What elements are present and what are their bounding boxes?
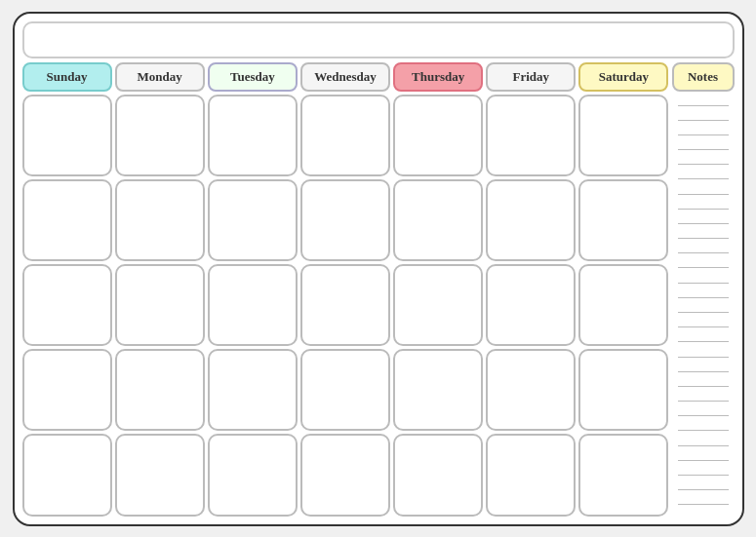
cell-week2-monday[interactable] <box>115 179 205 261</box>
notes-section: Notes <box>672 62 735 517</box>
note-line <box>678 460 729 461</box>
header-row: SundayMondayTuesdayWednesdayThursdayFrid… <box>22 62 669 92</box>
note-line <box>678 312 729 313</box>
header-wednesday: Wednesday <box>300 62 390 92</box>
week-row-1 <box>22 95 669 176</box>
cell-week5-saturday[interactable] <box>578 434 668 516</box>
cell-week1-thursday[interactable] <box>393 95 483 176</box>
cell-week3-friday[interactable] <box>486 264 576 346</box>
note-line <box>678 223 729 224</box>
cell-week2-tuesday[interactable] <box>208 179 298 261</box>
note-line <box>678 164 729 165</box>
note-line <box>678 283 729 284</box>
header-tuesday: Tuesday <box>208 62 298 92</box>
cell-week3-wednesday[interactable] <box>300 264 390 346</box>
note-line <box>678 267 729 268</box>
note-line <box>678 371 729 372</box>
cell-week5-friday[interactable] <box>486 434 576 516</box>
cell-week4-tuesday[interactable] <box>208 349 298 431</box>
note-line <box>678 430 729 431</box>
notes-header: Notes <box>672 62 735 92</box>
note-line <box>678 105 729 106</box>
cell-week4-wednesday[interactable] <box>300 349 390 431</box>
week-row-3 <box>22 264 669 346</box>
note-line <box>678 194 729 195</box>
cell-week5-tuesday[interactable] <box>208 434 298 516</box>
note-line <box>678 134 729 135</box>
cell-week5-thursday[interactable] <box>393 434 483 516</box>
cell-week3-sunday[interactable] <box>22 264 112 346</box>
cell-week3-tuesday[interactable] <box>208 264 298 346</box>
cell-week4-thursday[interactable] <box>393 349 483 431</box>
header-friday: Friday <box>486 62 576 92</box>
note-line <box>678 475 729 476</box>
note-line <box>678 401 729 402</box>
note-line <box>678 341 729 342</box>
header-thursday: Thursday <box>393 62 483 92</box>
cell-week2-saturday[interactable] <box>578 179 668 261</box>
note-line <box>678 178 729 179</box>
note-line <box>678 326 729 327</box>
cell-week4-sunday[interactable] <box>22 349 112 431</box>
note-line <box>678 297 729 298</box>
note-line <box>678 415 729 416</box>
cell-week2-sunday[interactable] <box>22 179 112 261</box>
cell-week5-sunday[interactable] <box>22 434 112 516</box>
cell-week4-friday[interactable] <box>486 349 576 431</box>
week-row-4 <box>22 349 669 431</box>
cell-week1-sunday[interactable] <box>22 95 112 176</box>
header-monday: Monday <box>115 62 205 92</box>
cell-week2-thursday[interactable] <box>393 179 483 261</box>
calendar: SundayMondayTuesdayWednesdayThursdayFrid… <box>13 12 744 526</box>
cell-week2-wednesday[interactable] <box>300 179 390 261</box>
cell-week3-saturday[interactable] <box>578 264 668 346</box>
weeks-area <box>22 95 669 517</box>
calendar-grid: SundayMondayTuesdayWednesdayThursdayFrid… <box>22 62 735 517</box>
cell-week1-wednesday[interactable] <box>300 95 390 176</box>
days-section: SundayMondayTuesdayWednesdayThursdayFrid… <box>22 62 669 517</box>
header-sunday: Sunday <box>22 62 112 92</box>
note-line <box>678 489 729 490</box>
cell-week4-saturday[interactable] <box>578 349 668 431</box>
cell-week3-monday[interactable] <box>115 264 205 346</box>
cell-week2-friday[interactable] <box>486 179 576 261</box>
notes-lines-area[interactable] <box>672 95 735 517</box>
week-row-2 <box>22 179 669 261</box>
note-line <box>678 252 729 253</box>
week-row-5 <box>22 434 669 516</box>
note-line <box>678 149 729 150</box>
cell-week5-monday[interactable] <box>115 434 205 516</box>
note-line <box>678 504 729 505</box>
note-line <box>678 357 729 358</box>
note-line <box>678 386 729 387</box>
note-line <box>678 120 729 121</box>
cell-week3-thursday[interactable] <box>393 264 483 346</box>
cell-week1-friday[interactable] <box>486 95 576 176</box>
cell-week1-tuesday[interactable] <box>208 95 298 176</box>
title-bar[interactable] <box>22 21 735 58</box>
note-line <box>678 445 729 446</box>
note-line <box>678 238 729 239</box>
header-saturday: Saturday <box>578 62 668 92</box>
cell-week1-saturday[interactable] <box>578 95 668 176</box>
cell-week4-monday[interactable] <box>115 349 205 431</box>
cell-week1-monday[interactable] <box>115 95 205 176</box>
note-line <box>678 209 729 210</box>
cell-week5-wednesday[interactable] <box>300 434 390 516</box>
